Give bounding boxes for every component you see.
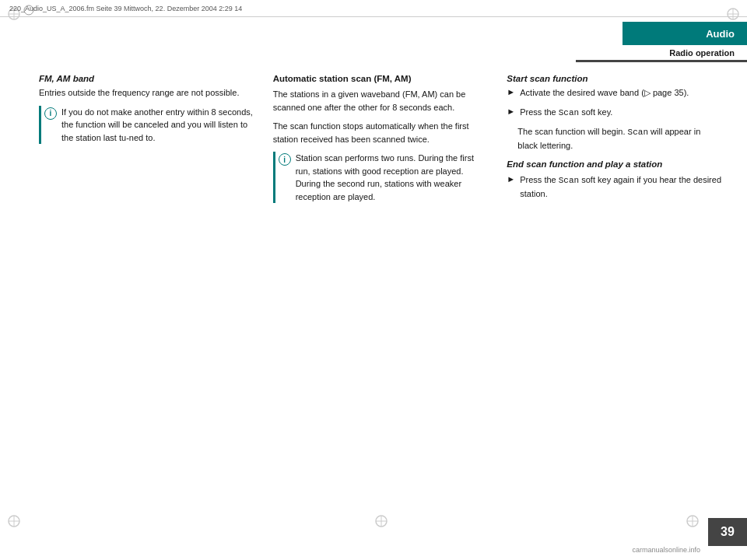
arrow-icon-2: ►	[507, 107, 515, 116]
arrow-text-3: Press the Scan soft key again if you hea…	[520, 173, 722, 200]
radio-operation-label: Radio operation	[669, 48, 735, 58]
info-box-2: i Station scan performs two runs. During…	[273, 152, 489, 203]
reg-mark-br	[685, 513, 700, 529]
audio-tab: Audio	[622, 22, 747, 45]
arrow-text-1: Activate the desired wave band (▷ page 3…	[520, 86, 689, 100]
header-bar: 220_Audio_US_A_2006.fm Seite 39 Mittwoch…	[0, 0, 747, 17]
arrow-icon-1: ►	[507, 87, 515, 96]
col-fm-am: FM, AM band Entries outside the frequenc…	[39, 74, 264, 513]
end-scan-title: End scan function and play a station	[507, 159, 722, 169]
auto-scan-para2: The scan function stops automatically wh…	[273, 120, 489, 145]
watermark: carmanualsonline.info	[632, 546, 700, 554]
reg-mark-bc	[374, 513, 389, 529]
page-number: 39	[721, 525, 735, 539]
info-icon-2: i	[279, 153, 291, 166]
arrow-item-2: ► Press the Scan soft key.	[507, 106, 722, 120]
radio-operation-bar: Radio operation	[576, 45, 747, 62]
auto-scan-title: Automatic station scan (FM, AM)	[273, 74, 489, 83]
arrow3-scan: Scan	[559, 176, 579, 185]
scan-desc: The scan function will begin. Scan will …	[507, 125, 722, 152]
info-text-1: If you do not make another entry within …	[61, 106, 254, 145]
arrow-item-3: ► Press the Scan soft key again if you h…	[507, 173, 722, 200]
arrow-item-1: ► Activate the desired wave band (▷ page…	[507, 86, 722, 100]
audio-tab-label: Audio	[706, 28, 735, 40]
fm-am-para1: Entries outside the frequency range are …	[39, 86, 254, 100]
col-scan-functions: Start scan function ► Activate the desir…	[497, 74, 731, 513]
auto-scan-para1: The stations in a given waveband (FM, AM…	[273, 88, 489, 114]
info-text-2: Station scan performs two runs. During t…	[296, 152, 489, 203]
info-icon-1: i	[44, 107, 57, 120]
info-box-1: i If you do not make another entry withi…	[39, 106, 254, 145]
col-auto-scan: Automatic station scan (FM, AM) The stat…	[264, 74, 498, 513]
scan-desc-prefix: The scan function will begin.	[517, 127, 627, 136]
arrow2-prefix: Press the	[520, 107, 559, 117]
arrow-icon-3: ►	[507, 174, 515, 184]
start-scan-title: Start scan function	[507, 74, 722, 83]
arrow2-scan: Scan	[559, 108, 579, 117]
reg-mark-bl	[6, 513, 22, 529]
arrow3-prefix: Press the	[520, 175, 559, 184]
arrow-text-2: Press the Scan soft key.	[520, 106, 612, 120]
scan-desc-scan: Scan	[628, 128, 648, 137]
fm-am-title: FM, AM band	[39, 74, 254, 83]
main-content: FM, AM band Entries outside the frequenc…	[39, 74, 731, 513]
file-info: 220_Audio_US_A_2006.fm Seite 39 Mittwoch…	[9, 5, 242, 12]
arrow2-suffix: soft key.	[579, 107, 612, 117]
page-number-box: 39	[708, 518, 747, 546]
